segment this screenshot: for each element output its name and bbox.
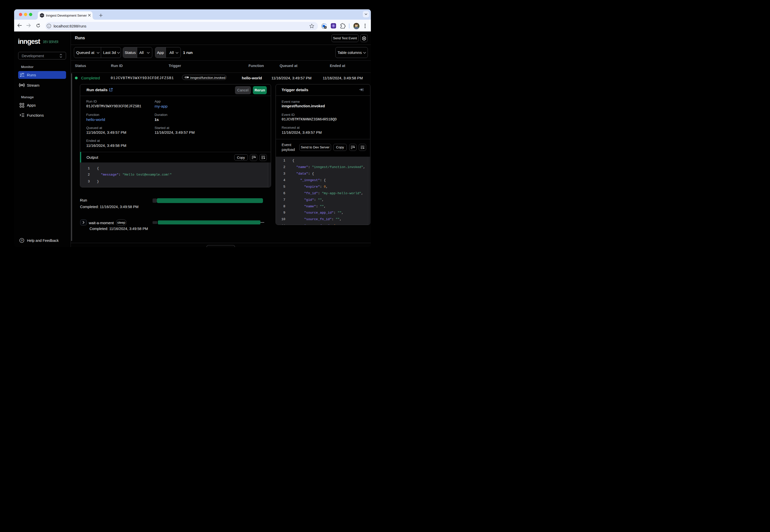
svg-text:?: ? (21, 239, 23, 242)
